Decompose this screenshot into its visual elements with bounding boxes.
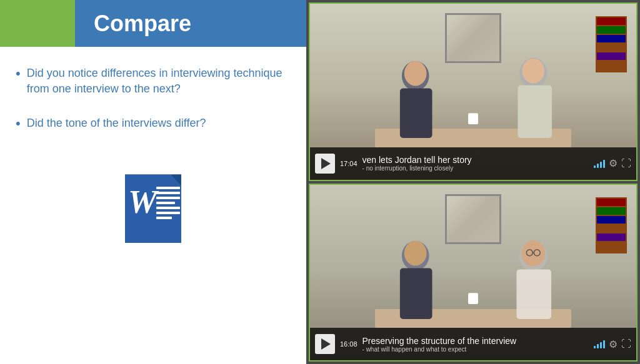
video-2-caption-sub: - what will happen and what to expect [362,346,589,353]
svg-rect-11 [516,269,551,318]
bullet-text-2: Did the tone of the interviews differ? [27,116,206,131]
gear-icon-2[interactable]: ⚙ [609,338,618,350]
word-line-1 [156,187,180,189]
svg-point-12 [521,240,545,267]
slide-header: Compare [0,0,306,47]
word-icon: W [119,171,188,246]
play-triangle-2 [321,338,331,350]
video-2-play-button[interactable] [315,334,335,354]
fullscreen-icon-2[interactable]: ⛶ [621,338,631,350]
video-1-play-button[interactable] [315,154,335,174]
gear-icon-1[interactable]: ⚙ [609,157,618,169]
scene-figures-1 [310,16,636,148]
video-1[interactable]: 17:04 ven lets Jordan tell her story - n… [309,2,638,181]
word-icon-lines [156,187,180,219]
video-2-caption: Preserving the structure of the intervie… [362,336,589,353]
signal-icon-1 [594,159,605,168]
video-1-controls: 17:04 ven lets Jordan tell her story - n… [310,147,636,180]
svg-rect-8 [400,268,432,318]
bullet-item-1: • Did you notice differences in intervie… [16,66,291,97]
bullet-dot-1: • [16,64,21,84]
video-2[interactable]: 16:08 Preserving the structure of the in… [309,184,638,362]
signal-bar-3 [600,162,602,168]
signal-bar-5 [594,346,596,348]
scene-figures-2 [310,197,636,329]
signal-bar-6 [597,344,599,348]
play-triangle-1 [321,158,331,169]
word-line-7 [156,217,172,219]
svg-point-5 [522,59,544,84]
svg-rect-1 [400,89,432,138]
svg-rect-4 [518,86,552,138]
video-2-caption-main: Preserving the structure of the intervie… [362,336,589,346]
signal-bar-1 [594,165,596,168]
word-line-5 [156,207,180,209]
word-line-4 [156,202,175,204]
fullscreen-icon-1[interactable]: ⛶ [621,158,631,169]
left-panel: Compare • Did you notice differences in … [0,0,306,364]
content-area: • Did you notice differences in intervie… [0,47,306,364]
bullet-text-1: Did you notice differences in interviewi… [27,66,291,97]
green-accent [0,0,75,47]
svg-rect-6 [468,114,478,125]
video-1-caption-sub: - no interruption, listening closely [362,165,589,172]
signal-bar-4 [603,160,605,168]
word-line-3 [156,197,180,199]
svg-point-2 [404,61,427,86]
svg-rect-16 [468,293,478,304]
word-icon-letter: W [128,184,157,220]
video-2-timestamp: 16:08 [340,340,358,348]
video-1-caption: ven lets Jordan tell her story - no inte… [362,155,589,172]
svg-point-9 [404,241,427,266]
bullet-item-2: • Did the tone of the interviews differ? [16,116,291,134]
signal-bar-8 [603,340,605,348]
word-line-6 [156,212,180,214]
signal-bar-2 [597,164,599,168]
slide-title: Compare [94,11,191,37]
right-panel: 17:04 ven lets Jordan tell her story - n… [306,0,640,364]
video-1-caption-main: ven lets Jordan tell her story [362,155,589,165]
video-1-timestamp: 17:04 [340,160,358,167]
signal-bar-7 [600,342,602,348]
word-line-2 [156,192,180,194]
video-1-controls-right: ⚙ ⛶ [594,157,631,169]
video-2-controls: 16:08 Preserving the structure of the in… [310,328,636,360]
word-icon-container: W [16,171,291,246]
video-2-controls-right: ⚙ ⛶ [594,338,631,350]
signal-icon-2 [594,340,605,348]
bullet-dot-2: • [16,114,21,134]
